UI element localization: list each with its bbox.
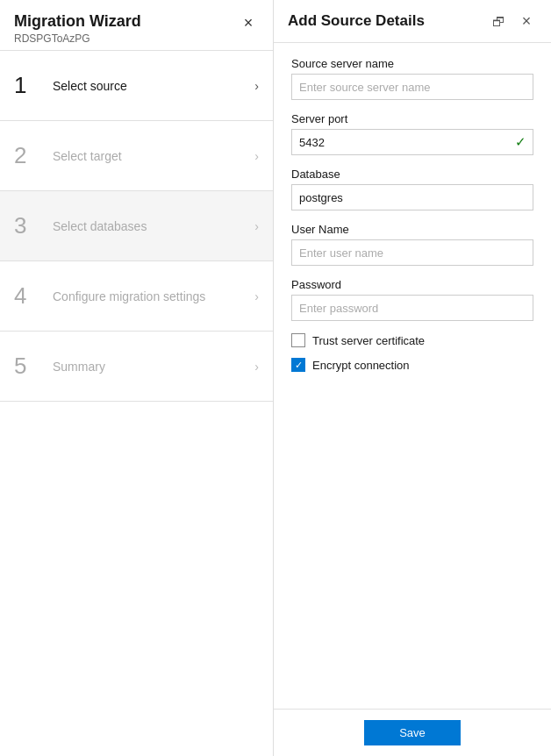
encrypt-conn-row: Encrypt connection [291,358,533,372]
step-1-number: 1 [14,72,42,99]
source-server-name-label: Source server name [291,57,533,70]
password-input[interactable] [291,295,533,321]
right-close-button[interactable]: × [516,11,537,32]
step-2[interactable]: 2 Select target › [0,121,273,191]
right-footer: Save [274,709,551,756]
right-panel-title: Add Source Details [288,12,481,30]
step-5-chevron: › [254,360,259,374]
step-4-label: Configure migration settings [53,289,254,303]
step-1-label: Select source [53,79,254,93]
step-2-chevron: › [254,149,259,163]
step-2-number: 2 [14,142,42,169]
step-3[interactable]: 3 Select databases › [0,191,273,261]
step-4[interactable]: 4 Configure migration settings › [0,261,273,332]
password-label: Password [291,278,533,291]
save-button[interactable]: Save [364,720,461,745]
database-label: Database [291,168,533,181]
left-close-button[interactable]: × [238,12,259,33]
database-group: Database [291,168,533,210]
step-3-chevron: › [254,219,259,233]
step-5[interactable]: 5 Summary › [0,332,273,402]
server-port-label: Server port [291,112,533,125]
maximize-button[interactable]: 🗗 [488,11,509,32]
wizard-subtitle: RDSPGToAzPG [14,32,141,45]
encrypt-conn-label: Encrypt connection [312,359,410,372]
step-2-label: Select target [53,149,254,163]
right-form-content: Source server name Server port ✓ Databas… [274,43,551,709]
server-port-input[interactable] [291,129,533,155]
wizard-steps: 1 Select source › 2 Select target › 3 Se… [0,51,273,756]
encrypt-conn-checkbox[interactable] [291,358,305,372]
password-group: Password [291,278,533,321]
step-remaining-space [0,402,273,756]
database-input[interactable] [291,184,533,210]
step-3-label: Select databases [53,219,254,233]
step-1[interactable]: 1 Select source › [0,51,273,121]
username-group: User Name [291,223,533,266]
source-server-name-group: Source server name [291,57,533,100]
step-5-label: Summary [53,360,254,374]
trust-cert-label: Trust server certificate [312,334,425,347]
step-4-chevron: › [254,289,259,303]
left-panel: Migration Wizard RDSPGToAzPG × 1 Select … [0,0,274,756]
source-server-name-input[interactable] [291,74,533,100]
server-port-group: Server port ✓ [291,112,533,155]
server-port-input-wrapper: ✓ [291,129,533,155]
trust-cert-checkbox[interactable] [291,333,305,347]
right-panel: Add Source Details 🗗 × Source server nam… [274,0,551,756]
port-check-icon: ✓ [515,134,526,150]
right-header: Add Source Details 🗗 × [274,0,551,43]
wizard-title: Migration Wizard [14,12,141,31]
step-4-number: 4 [14,282,42,310]
username-input[interactable] [291,239,533,266]
step-1-chevron: › [254,79,259,93]
left-header: Migration Wizard RDSPGToAzPG × [0,0,273,51]
step-3-number: 3 [14,212,42,239]
username-label: User Name [291,223,533,236]
trust-cert-row: Trust server certificate [291,333,533,347]
step-5-number: 5 [14,353,42,380]
